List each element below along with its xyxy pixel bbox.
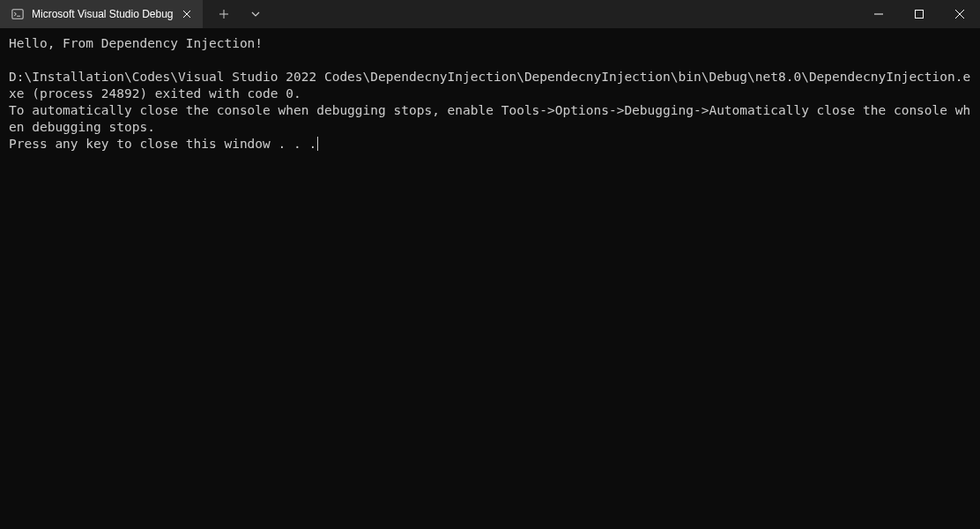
output-line: D:\Installation\Codes\Visual Studio 2022… [9, 70, 970, 101]
cursor [317, 137, 318, 151]
tab-close-button[interactable] [180, 7, 194, 21]
output-line: To automatically close the console when … [9, 103, 970, 134]
output-line: Press any key to close this window . . . [9, 137, 316, 151]
new-tab-button[interactable] [210, 2, 238, 26]
terminal-tab[interactable]: Microsoft Visual Studio Debug [0, 0, 203, 28]
window-controls [858, 0, 980, 28]
terminal-output[interactable]: Hello, From Dependency Injection! D:\Ins… [0, 28, 980, 160]
maximize-button[interactable] [899, 0, 939, 28]
output-line: Hello, From Dependency Injection! [9, 36, 263, 50]
terminal-icon [11, 7, 25, 21]
titlebar: Microsoft Visual Studio Debug [0, 0, 980, 28]
close-button[interactable] [939, 0, 980, 28]
tab-dropdown-button[interactable] [241, 2, 270, 26]
svg-rect-0 [12, 10, 23, 19]
tab-title: Microsoft Visual Studio Debug [32, 8, 173, 20]
minimize-button[interactable] [858, 0, 899, 28]
titlebar-drag-area[interactable] [270, 0, 858, 28]
titlebar-actions [203, 0, 270, 28]
svg-rect-3 [916, 11, 924, 19]
